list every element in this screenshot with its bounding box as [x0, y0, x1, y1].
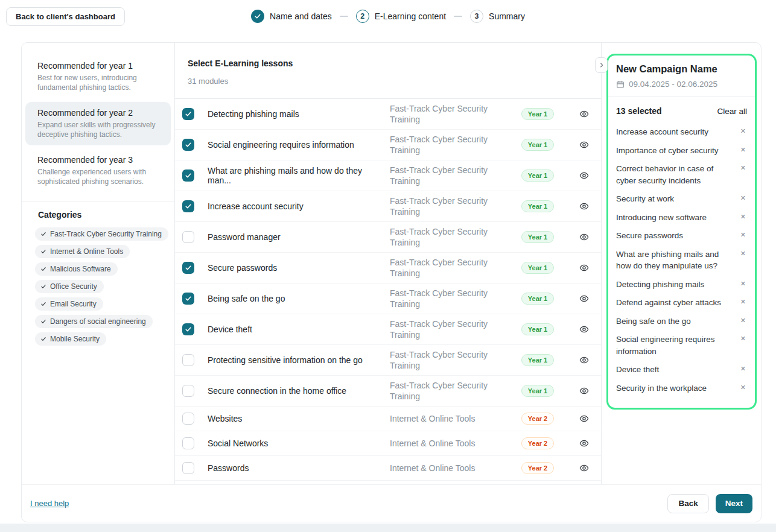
preview-eye-icon — [579, 263, 589, 273]
lesson-checkbox[interactable] — [182, 108, 194, 120]
lesson-row: Being safe on the goFast-Track Cyber Sec… — [175, 283, 601, 314]
lesson-row: Device theftFast-Track Cyber Security Tr… — [175, 314, 601, 345]
lesson-checkbox[interactable] — [182, 323, 194, 335]
year-badge-column: Year 1 — [510, 293, 565, 305]
year-badge: Year 2 — [521, 462, 554, 474]
lesson-checkbox[interactable] — [182, 169, 194, 182]
lesson-category: Fast-Track Cyber Security Training — [390, 103, 510, 125]
preview-lesson-button[interactable] — [565, 386, 589, 396]
check-icon — [40, 318, 46, 325]
year-badge: Year 1 — [521, 200, 554, 212]
category-chip-fast-track-cyber-security-training[interactable]: Fast-Track Cyber Security Training — [35, 227, 168, 241]
lesson-checkbox[interactable] — [182, 139, 194, 151]
preview-eye-icon — [579, 439, 589, 448]
step-number: 2 — [360, 12, 364, 21]
remove-item-icon[interactable]: ✕ — [740, 163, 747, 171]
category-chip-malicious-software[interactable]: Malicious Software — [35, 262, 118, 276]
step-label: E-Learning content — [375, 11, 446, 21]
lesson-checkbox[interactable] — [182, 385, 194, 397]
remove-item-icon[interactable]: ✕ — [740, 334, 747, 342]
preview-eye-icon — [579, 463, 589, 473]
year-badge: Year 1 — [521, 139, 554, 151]
step-name-and-dates[interactable]: Name and dates — [251, 10, 332, 23]
preview-lesson-button[interactable] — [565, 171, 589, 180]
recommendation-year-2[interactable]: Recommended for year 2Expand user skills… — [25, 102, 171, 145]
preview-eye-icon — [579, 386, 589, 396]
preview-lesson-button[interactable] — [565, 439, 589, 448]
lesson-checkbox[interactable] — [182, 231, 194, 243]
remove-item-icon[interactable]: ✕ — [740, 230, 747, 238]
categories-title: Categories — [38, 210, 174, 220]
category-chip-mobile-security[interactable]: Mobile Security — [35, 332, 106, 346]
recommendation-year-1[interactable]: Recommended for year 1Best for new users… — [25, 55, 171, 98]
category-chip-internet-online-tools[interactable]: Internet & Online Tools — [35, 245, 130, 258]
remove-item-icon[interactable]: ✕ — [740, 279, 747, 287]
category-chip-dangers-of-social-engineering[interactable]: Dangers of social engineering — [35, 315, 153, 328]
next-button[interactable]: Next — [716, 494, 752, 513]
lesson-title: Social Networks — [208, 439, 390, 448]
category-chip-office-security[interactable]: Office Security — [35, 280, 104, 293]
remove-item-icon[interactable]: ✕ — [740, 297, 747, 305]
lesson-category: Internet & Online Tools — [390, 438, 510, 449]
lesson-category: Fast-Track Cyber Security Training — [390, 195, 510, 217]
preview-lesson-button[interactable] — [565, 355, 589, 365]
lesson-checkbox[interactable] — [182, 354, 194, 366]
lesson-checkbox[interactable] — [182, 413, 194, 425]
step-label: Summary — [489, 11, 525, 21]
lesson-title: Device theft — [208, 325, 390, 334]
remove-item-icon[interactable]: ✕ — [740, 193, 747, 201]
recommendation-list: Recommended for year 1Best for new users… — [22, 55, 174, 192]
lesson-category: Internet & Online Tools — [390, 463, 510, 473]
lesson-row: Secure passwordsFast-Track Cyber Securit… — [175, 253, 601, 283]
lesson-row: Secure connection in the home officeFast… — [175, 376, 601, 407]
panel-divider — [608, 97, 755, 97]
remove-item-icon[interactable]: ✕ — [740, 212, 747, 220]
preview-lesson-button[interactable] — [565, 140, 589, 150]
step-summary[interactable]: 3Summary — [470, 10, 525, 23]
lesson-checkbox[interactable] — [182, 293, 194, 305]
preview-lesson-button[interactable] — [565, 263, 589, 273]
recommendation-description: Best for new users, introducing fundamen… — [37, 74, 159, 92]
step-e-learning-content[interactable]: 2E-Learning content — [356, 10, 446, 23]
check-icon — [40, 231, 46, 237]
preview-lesson-button[interactable] — [565, 463, 589, 473]
help-link[interactable]: I need help — [30, 499, 69, 508]
lesson-checkbox[interactable] — [182, 200, 194, 212]
lesson-category: Fast-Track Cyber Security Training — [390, 380, 510, 402]
lesson-checkbox[interactable] — [182, 437, 194, 449]
remove-item-icon[interactable]: ✕ — [740, 382, 747, 391]
clear-all-button[interactable]: Clear all — [717, 107, 747, 116]
preview-lesson-button[interactable] — [565, 414, 589, 423]
back-to-dashboard-button[interactable]: Back to client's dashboard — [6, 7, 125, 26]
preview-lesson-button[interactable] — [565, 232, 589, 242]
preview-lesson-button[interactable] — [565, 325, 589, 334]
check-icon — [185, 203, 192, 210]
lesson-checkbox[interactable] — [182, 262, 194, 274]
lessons-header: Select E-Learning lessons 31 modules — [175, 43, 601, 99]
preview-lesson-button[interactable] — [565, 201, 589, 211]
check-icon — [185, 172, 192, 179]
recommendation-year-3[interactable]: Recommended for year 3Challenge experien… — [25, 149, 171, 192]
lesson-title: Protecting sensitive information on the … — [208, 355, 390, 365]
back-button[interactable]: Back — [667, 494, 708, 513]
selected-item: Security in the workplace✕ — [616, 382, 747, 394]
remove-item-icon[interactable]: ✕ — [740, 249, 747, 257]
selected-item: Device theft✕ — [616, 364, 747, 376]
sidebar-divider — [22, 201, 174, 201]
lesson-checkbox[interactable] — [182, 462, 194, 474]
preview-lesson-button[interactable] — [565, 109, 589, 119]
step-connector — [454, 16, 462, 17]
collapse-panel-button[interactable] — [595, 57, 608, 73]
remove-item-icon[interactable]: ✕ — [740, 145, 747, 153]
lesson-title: Password manager — [208, 232, 390, 242]
category-chip-email-security[interactable]: Email Security — [35, 297, 103, 311]
remove-item-icon[interactable]: ✕ — [740, 364, 747, 372]
preview-lesson-button[interactable] — [565, 294, 589, 303]
modules-count: 31 modules — [188, 77, 601, 86]
category-chip-label: Office Security — [50, 282, 97, 291]
selected-item-label: Security at work — [616, 193, 740, 205]
lessons-title: Select E-Learning lessons — [188, 59, 601, 68]
remove-item-icon[interactable]: ✕ — [740, 126, 747, 135]
campaign-date-range: 09.04.2025 - 02.06.2025 — [629, 80, 717, 89]
remove-item-icon[interactable]: ✕ — [740, 315, 747, 324]
